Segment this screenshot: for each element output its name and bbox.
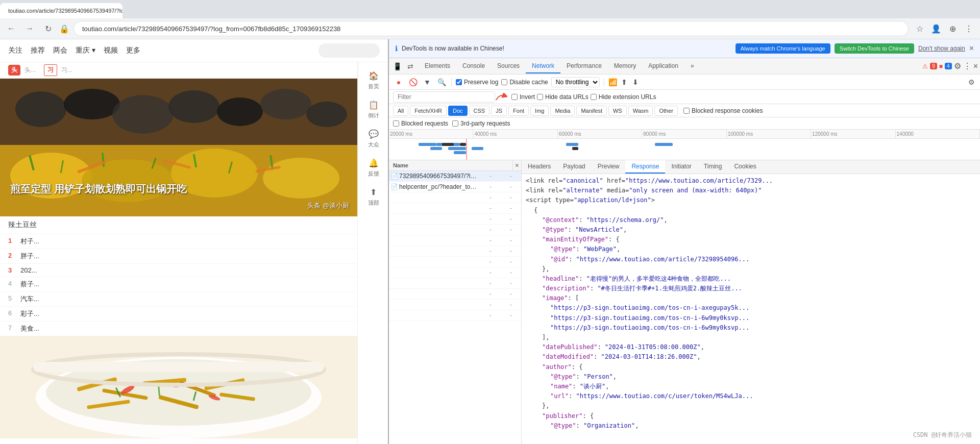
- request-item-6[interactable]: - -: [389, 225, 521, 235]
- filter-media[interactable]: Media: [550, 106, 575, 116]
- devtools-close-icon[interactable]: ×: [973, 62, 978, 71]
- more-options-icon[interactable]: ⋮: [963, 61, 971, 71]
- tab-network[interactable]: Network: [526, 59, 560, 73]
- request-item-8[interactable]: - -: [389, 246, 521, 257]
- disable-cache-checkbox[interactable]: Disable cache: [501, 79, 548, 86]
- filter-manifest[interactable]: Manifest: [576, 106, 607, 116]
- clear-button[interactable]: 🚫: [407, 77, 419, 88]
- upload-icon[interactable]: ⬆: [620, 77, 628, 87]
- request-item-2[interactable]: 📄 helpcenter_pc/?header_toggle=true&... …: [389, 182, 521, 192]
- forward-button[interactable]: →: [22, 21, 37, 36]
- nav-follow[interactable]: 关注: [8, 46, 22, 55]
- settings-icon[interactable]: ⚙: [954, 61, 961, 71]
- tab-sources[interactable]: Sources: [491, 59, 526, 73]
- blocked-requests-checkbox[interactable]: Blocked requests: [393, 120, 448, 127]
- tab-payload[interactable]: Payload: [557, 160, 591, 174]
- tab-cookies[interactable]: Cookies: [728, 160, 762, 174]
- more-icon[interactable]: ⋮: [962, 21, 976, 36]
- settings-gear-icon[interactable]: ⚙: [967, 77, 976, 87]
- hide-ext-urls-checkbox[interactable]: Hide extension URLs: [591, 93, 656, 101]
- filter-other[interactable]: Other: [654, 106, 678, 116]
- profile-icon[interactable]: 👤: [929, 21, 943, 36]
- tab-timing[interactable]: Timing: [698, 160, 728, 174]
- search-box[interactable]: [318, 43, 380, 58]
- active-tab[interactable]: toutiao.com/article/7329895409667539497/…: [0, 3, 122, 18]
- filter-fetch-xhr[interactable]: Fetch/XHR: [410, 106, 447, 116]
- hot-item-3[interactable]: 3 202...: [0, 264, 357, 277]
- tab-memory[interactable]: Memory: [608, 59, 642, 73]
- notification-close-button[interactable]: ×: [969, 44, 974, 53]
- hot-item-2[interactable]: 2 胖子...: [0, 249, 357, 264]
- request-item-12[interactable]: - -: [389, 289, 521, 300]
- hot-item-7[interactable]: 7 美食...: [0, 322, 357, 336]
- nav-video[interactable]: 视频: [104, 46, 118, 55]
- search-button[interactable]: 🔍: [436, 77, 447, 88]
- filter-doc[interactable]: Doc: [448, 106, 468, 116]
- filter-img[interactable]: Img: [530, 106, 549, 116]
- preserve-log-checkbox[interactable]: Preserve log: [456, 79, 498, 86]
- filter-ws[interactable]: WS: [608, 106, 627, 116]
- third-party-checkbox[interactable]: 3rd-party requests: [452, 120, 510, 127]
- hot-item-5[interactable]: 5 汽车...: [0, 292, 357, 307]
- nav-chongqing[interactable]: 重庆 ▾: [76, 46, 95, 55]
- invert-checkbox[interactable]: Invert: [511, 93, 535, 101]
- request-item-7[interactable]: - -: [389, 235, 521, 246]
- filter-js[interactable]: JS: [491, 106, 507, 116]
- filter-all[interactable]: All: [393, 106, 408, 116]
- close-name-column-btn[interactable]: ×: [513, 160, 521, 170]
- tab-more[interactable]: »: [684, 59, 700, 73]
- tab-headers[interactable]: Headers: [522, 160, 557, 174]
- network-filter-input[interactable]: [393, 91, 495, 103]
- address-input[interactable]: [74, 21, 909, 36]
- download-icon[interactable]: ⬇: [631, 77, 640, 87]
- tab-initiator[interactable]: Initiator: [665, 160, 697, 174]
- request-item-14[interactable]: - -: [389, 310, 521, 321]
- device-toggle-icon[interactable]: 📱: [391, 60, 403, 72]
- switch-chinese-button[interactable]: Switch DevTools to Chinese: [835, 43, 914, 54]
- hide-data-urls-checkbox[interactable]: Hide data URLs: [537, 93, 589, 101]
- tab-application[interactable]: Application: [642, 59, 684, 73]
- hot-item-4[interactable]: 4 蔡子...: [0, 277, 357, 292]
- sidebar-feedback[interactable]: 💬 大众: [358, 125, 388, 152]
- hot-item-1[interactable]: 1 村子...: [0, 234, 357, 249]
- request-item-4[interactable]: - -: [389, 203, 521, 214]
- extension-icon[interactable]: ⊕: [945, 21, 960, 36]
- throttle-select[interactable]: No throttling Slow 3G Fast 3G: [551, 77, 600, 87]
- sidebar-home[interactable]: 🏠 首页: [358, 66, 388, 93]
- timeline-bar-6: [454, 151, 465, 154]
- tab-performance[interactable]: Performance: [560, 59, 608, 73]
- filter-font[interactable]: Font: [508, 106, 529, 116]
- request-item-5[interactable]: - -: [389, 214, 521, 225]
- sidebar-notify[interactable]: 🔔 反馈: [358, 154, 388, 181]
- nav-more[interactable]: 更多: [126, 46, 140, 55]
- resp-line-20: "author": {: [526, 362, 976, 372]
- dont-show-again-link[interactable]: Don't show again: [918, 45, 965, 52]
- hot-item-6[interactable]: 6 彩子...: [0, 307, 357, 322]
- request-item-9[interactable]: - -: [389, 257, 521, 267]
- hot-title-2: 胖子...: [20, 252, 39, 261]
- tab-console[interactable]: Console: [456, 59, 491, 73]
- inspect-icon[interactable]: ⇄: [404, 60, 416, 72]
- request-item-11[interactable]: - -: [389, 278, 521, 289]
- reload-button[interactable]: ↻: [41, 21, 55, 36]
- tab-response[interactable]: Response: [625, 160, 665, 174]
- always-match-language-button[interactable]: Always match Chrome's language: [736, 43, 830, 54]
- back-button[interactable]: ←: [4, 21, 18, 36]
- request-item-10[interactable]: - -: [389, 267, 521, 278]
- nav-recommend[interactable]: 推荐: [31, 46, 45, 55]
- request-item-13[interactable]: - -: [389, 300, 521, 310]
- article-title[interactable]: 辣土豆丝: [0, 216, 357, 234]
- filter-wasm[interactable]: Wasm: [628, 106, 653, 116]
- tab-preview[interactable]: Preview: [592, 160, 626, 174]
- nav-congress[interactable]: 两会: [53, 46, 67, 55]
- filter-button[interactable]: ▼: [422, 77, 433, 88]
- filter-css[interactable]: CSS: [469, 106, 490, 116]
- sidebar-countdown[interactable]: 📋 倒计: [358, 95, 388, 122]
- sidebar-top[interactable]: ⬆ 顶部: [358, 183, 388, 210]
- bookmark-icon[interactable]: ☆: [913, 21, 927, 36]
- request-item-1[interactable]: 📄 7329895409667539497/?log_from=0... - -: [389, 171, 521, 182]
- request-item-3[interactable]: - -: [389, 192, 521, 203]
- blocked-cookies-checkbox[interactable]: Blocked response cookies: [683, 107, 763, 114]
- tab-elements[interactable]: Elements: [419, 59, 456, 73]
- record-button[interactable]: ●: [393, 77, 404, 88]
